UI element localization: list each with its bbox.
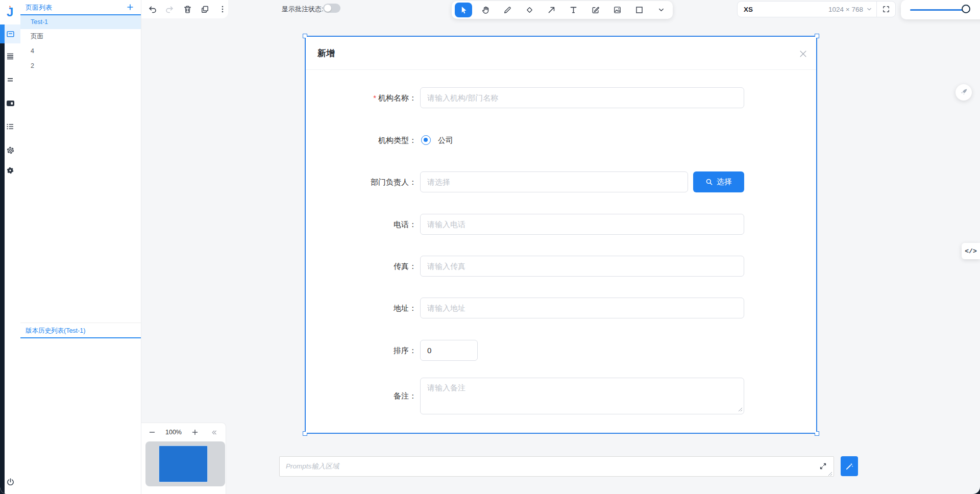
version-history-underline [20, 337, 141, 338]
search-icon [705, 178, 713, 186]
add-dialog: 新增 *机构名称： 机构类型： 公司 部门负责人： 选择 电话 [306, 37, 816, 433]
required-asterisk: * [373, 93, 376, 102]
undo-icon[interactable] [146, 3, 158, 15]
select-button-label: 选择 [717, 177, 732, 187]
power-icon[interactable] [0, 475, 20, 489]
form-row-dept-head: 部门负责人： 选择 [306, 171, 816, 192]
page-list-header: 页面列表 [20, 0, 141, 14]
device-size-label: XS [738, 6, 828, 13]
phone-label: 电话： [306, 214, 416, 235]
rail-dark-strip [0, 43, 5, 494]
rocket-button[interactable] [955, 84, 972, 101]
tool-palette [452, 1, 673, 19]
delete-icon[interactable] [182, 3, 193, 15]
minimap-panel: 100% [141, 423, 226, 494]
dept-head-label: 部门负责人： [306, 171, 416, 192]
address-input[interactable] [420, 298, 744, 318]
org-type-radio-selected[interactable] [421, 135, 431, 145]
note-edit-tool[interactable] [586, 3, 604, 17]
rail-list-icon[interactable] [0, 119, 20, 134]
zoom-slider-card [901, 0, 980, 19]
select-person-button[interactable]: 选择 [693, 171, 744, 192]
slider-handle[interactable] [962, 5, 970, 13]
form-row-phone: 电话： [306, 214, 816, 235]
hand-tool[interactable] [477, 3, 494, 17]
zoom-in-icon[interactable] [190, 428, 200, 437]
org-name-input[interactable] [420, 87, 744, 108]
dept-head-input[interactable] [420, 171, 688, 192]
form-row-org-name: *机构名称： [306, 87, 816, 108]
slider-track[interactable] [910, 9, 966, 11]
form-row-remark: 备注： [306, 378, 816, 414]
toggle-knob [324, 5, 331, 12]
form-row-fax: 传真： [306, 256, 816, 277]
annotation-toggle[interactable] [323, 4, 340, 13]
annotation-toggle-label: 显示批注状态: [282, 5, 324, 14]
fax-label: 传真： [306, 256, 416, 277]
page-item-4[interactable]: 4 [20, 44, 141, 59]
zoom-out-icon[interactable] [148, 428, 157, 437]
org-type-label: 机构类型： [306, 130, 416, 151]
edit-toolbar [141, 0, 228, 18]
rectangle-tool[interactable] [630, 3, 648, 17]
add-page-button[interactable] [126, 3, 135, 12]
close-icon[interactable] [798, 48, 808, 59]
version-history-link[interactable]: 版本历史列表(Test-1) [26, 327, 85, 335]
copy-icon[interactable] [199, 3, 210, 15]
magic-wand-icon [845, 462, 854, 471]
form-row-address: 地址： [306, 298, 816, 318]
page-list-panel: 页面列表 Test-1 页面 4 2 版本历史列表(Test-1) [20, 0, 141, 494]
remark-label: 备注： [306, 378, 416, 399]
phone-input[interactable] [420, 214, 744, 235]
org-type-option-label[interactable]: 公司 [438, 130, 453, 151]
org-name-label: *机构名称： [306, 87, 416, 108]
text-tool[interactable] [565, 3, 582, 17]
device-size-bar: XS 1024 × 768 [737, 1, 896, 17]
dialog-header: 新增 [306, 37, 816, 70]
page-item-page[interactable]: 页面 [20, 29, 141, 44]
expand-icon[interactable] [818, 461, 828, 471]
minimap[interactable] [145, 441, 225, 486]
app-window: J 页面列表 Test-1 页面 4 2 版本历 [0, 0, 980, 494]
prompts-input[interactable] [279, 456, 834, 477]
page-item-2[interactable]: 2 [20, 59, 141, 73]
image-tool[interactable] [608, 3, 626, 17]
rail-layers-icon[interactable] [0, 72, 20, 87]
page-list-title: 页面列表 [26, 3, 52, 12]
sort-input[interactable] [420, 340, 478, 361]
minimap-viewport-rect[interactable] [159, 446, 208, 482]
form-row-org-type: 机构类型： 公司 [306, 130, 816, 151]
fax-input[interactable] [420, 256, 744, 277]
device-resolution[interactable]: 1024 × 768 [828, 6, 863, 13]
collapse-minimap-icon[interactable] [209, 428, 218, 437]
app-logo: J [0, 3, 20, 19]
select-tool[interactable] [455, 3, 472, 17]
form-row-sort: 排序： [306, 340, 816, 361]
rail-video-icon[interactable] [0, 96, 20, 110]
magic-wand-button[interactable] [841, 456, 858, 476]
fullscreen-icon[interactable] [877, 2, 895, 17]
arrow-tool[interactable] [543, 3, 560, 17]
remark-textarea[interactable] [420, 378, 744, 414]
divider [20, 323, 141, 323]
more-tools-chevron-icon[interactable] [652, 3, 670, 17]
zoom-level: 100% [164, 429, 183, 436]
pencil-tool[interactable] [499, 3, 516, 17]
page-item-test-1[interactable]: Test-1 [20, 14, 141, 29]
sort-label: 排序： [306, 340, 416, 361]
dialog-title: 新增 [317, 47, 335, 59]
address-label: 地址： [306, 298, 416, 318]
redo-icon[interactable] [164, 3, 175, 15]
rail-menu-icon[interactable] [0, 49, 20, 63]
chevron-down-icon[interactable] [866, 6, 872, 12]
more-options-icon[interactable] [217, 3, 228, 15]
rail-settings-gear-icon[interactable] [0, 143, 20, 157]
rail-plugin-gear-icon[interactable] [0, 163, 20, 178]
rail-pages-icon[interactable] [0, 27, 20, 41]
eraser-tool[interactable] [521, 3, 538, 17]
code-view-button[interactable]: </> [962, 243, 980, 259]
zoom-controls: 100% [141, 426, 226, 438]
